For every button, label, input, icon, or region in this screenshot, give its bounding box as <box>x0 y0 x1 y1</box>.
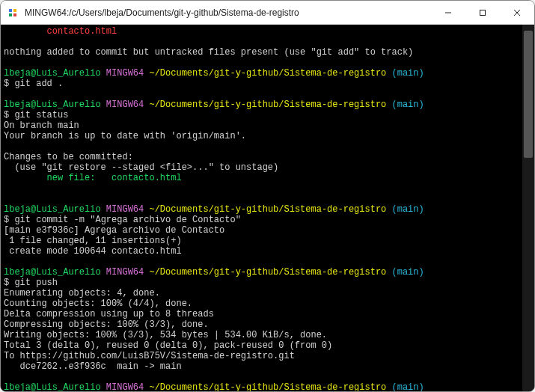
cmd-line: git push <box>14 278 58 288</box>
prompt-path: ~/Documents/git-y-github/Sistema-de-regi… <box>149 267 386 278</box>
prompt-path: ~/Documents/git-y-github/Sistema-de-regi… <box>149 382 386 391</box>
output-line: Compressing objects: 100% (3/3), done. <box>4 319 209 330</box>
output-line: Changes to be committed: <box>4 152 133 162</box>
prompt-env: MINGW64 <box>106 267 144 278</box>
output-line: Total 3 (delta 0), reused 0 (delta 0), p… <box>4 340 332 351</box>
output-line: Counting objects: 100% (4/4), done. <box>4 298 192 309</box>
svg-rect-2 <box>9 13 12 16</box>
prompt-path: ~/Documents/git-y-github/Sistema-de-regi… <box>149 99 386 110</box>
prompt-path: ~/Documents/git-y-github/Sistema-de-regi… <box>149 204 386 215</box>
svg-rect-5 <box>480 10 486 15</box>
output-line: new file: contacto.html <box>4 173 182 183</box>
prompt-branch: (main) <box>392 68 424 79</box>
prompt-sigil: $ <box>4 215 9 225</box>
prompt-user: lbeja@Luis_Aurelio <box>4 68 101 79</box>
output-line: dce7262..e3f936c main -> main <box>4 361 182 372</box>
window-title: MINGW64:/c/Users/lbeja/Documents/git-y-g… <box>25 7 431 18</box>
app-window: MINGW64:/c/Users/lbeja/Documents/git-y-g… <box>0 0 535 392</box>
prompt-sigil: $ <box>4 110 9 120</box>
output-line: 1 file changed, 11 insertions(+) <box>4 236 182 246</box>
close-button[interactable] <box>500 1 534 24</box>
prompt-sigil: $ <box>4 79 9 89</box>
prompt-user: lbeja@Luis_Aurelio <box>4 204 101 215</box>
output-line: To https://github.com/LuisB75V/Sistema-d… <box>4 351 295 361</box>
terminal-container: contacto.html nothing added to commit bu… <box>1 25 534 391</box>
maximize-button[interactable] <box>465 1 500 24</box>
cmd-line: git add . <box>14 79 63 89</box>
terminal[interactable]: contacto.html nothing added to commit bu… <box>1 25 522 391</box>
prompt-env: MINGW64 <box>106 99 144 110</box>
output-line: Delta compression using up to 8 threads <box>4 309 214 319</box>
prompt-user: lbeja@Luis_Aurelio <box>4 267 101 278</box>
prompt-branch: (main) <box>392 204 424 215</box>
prompt-branch: (main) <box>392 99 424 110</box>
prompt-user: lbeja@Luis_Aurelio <box>4 99 101 110</box>
prompt-path: ~/Documents/git-y-github/Sistema-de-regi… <box>149 68 386 79</box>
svg-rect-1 <box>13 9 16 12</box>
prompt-sigil: $ <box>4 278 9 288</box>
cmd-line: git commit -m "Agrega archivo de Contact… <box>14 215 240 225</box>
window-controls <box>431 1 534 24</box>
prompt-env: MINGW64 <box>106 382 144 391</box>
prompt-branch: (main) <box>392 382 424 391</box>
prompt-env: MINGW64 <box>106 204 144 215</box>
output-line: On branch main <box>4 120 79 131</box>
svg-rect-3 <box>13 13 16 16</box>
output-line: nothing added to commit but untracked fi… <box>4 47 413 58</box>
prompt-user: lbeja@Luis_Aurelio <box>4 382 101 391</box>
output-line: Your branch is up to date with 'origin/m… <box>4 131 246 141</box>
output-line: (use "git restore --staged <file>..." to… <box>4 162 278 173</box>
titlebar[interactable]: MINGW64:/c/Users/lbeja/Documents/git-y-g… <box>1 1 534 25</box>
output-line: contacto.html <box>4 26 117 37</box>
svg-rect-0 <box>9 9 12 12</box>
output-line: Writing objects: 100% (3/3), 534 bytes |… <box>4 330 327 340</box>
output-line: [main e3f936c] Agrega archivo de Contact… <box>4 225 224 236</box>
cmd-line: git status <box>14 110 68 120</box>
scrollbar-thumb[interactable] <box>524 31 533 158</box>
app-icon <box>7 7 19 19</box>
output-line: Enumerating objects: 4, done. <box>4 288 160 298</box>
scrollbar[interactable] <box>522 25 534 391</box>
minimize-button[interactable] <box>431 1 465 24</box>
prompt-env: MINGW64 <box>106 68 144 79</box>
output-line: create mode 100644 contacto.html <box>4 246 182 257</box>
prompt-branch: (main) <box>392 267 424 278</box>
